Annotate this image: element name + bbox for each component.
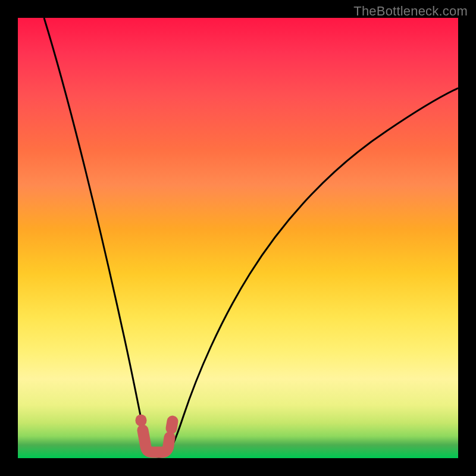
watermark-text: TheBottleneck.com: [353, 4, 468, 19]
marker-u-shape: [143, 430, 170, 452]
marker-right-dot: [171, 421, 173, 428]
bottleneck-curve: [44, 18, 458, 457]
plot-area: [18, 18, 458, 458]
chart-container: TheBottleneck.com: [0, 0, 476, 476]
curve-svg: [18, 18, 458, 458]
